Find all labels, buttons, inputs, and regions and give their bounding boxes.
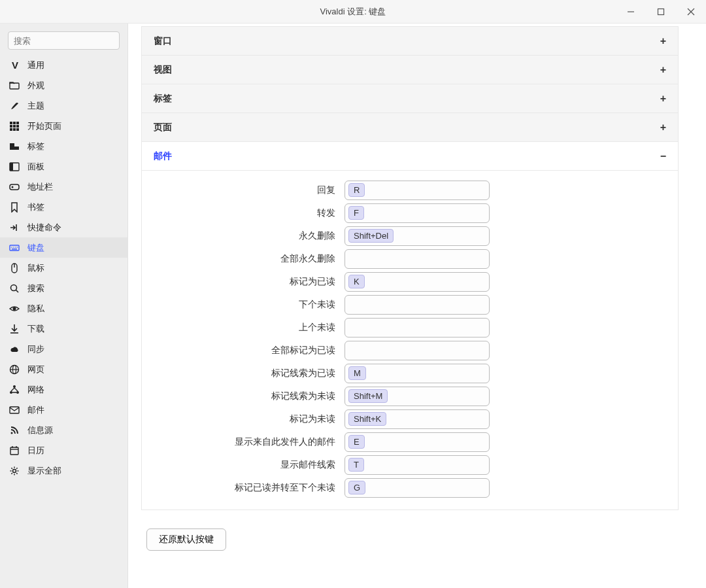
sidebar-item-5[interactable]: 面板	[0, 156, 127, 177]
svg-rect-6	[13, 122, 16, 124]
svg-rect-17	[10, 163, 13, 171]
svg-point-28	[11, 285, 17, 290]
sidebar-item-label: 搜索	[27, 283, 44, 294]
shortcut-row: 全部标记为已读	[142, 339, 678, 362]
sidebar-item-11[interactable]: 搜索	[0, 278, 127, 298]
shortcut-input[interactable]: E	[345, 432, 490, 452]
shortcut-input[interactable]: K	[345, 272, 490, 292]
shortcut-row: 显示邮件线索T	[142, 453, 678, 476]
sidebar-item-16[interactable]: 网络	[0, 379, 127, 400]
section-label: 页面	[154, 122, 172, 133]
svg-point-24	[17, 247, 18, 248]
shortcut-label: 全部标记为已读	[142, 345, 345, 356]
section-label: 标签	[154, 93, 172, 105]
shortcut-input[interactable]	[345, 249, 490, 269]
sidebar-item-13[interactable]: 下载	[0, 319, 127, 339]
main-content[interactable]: 窗口+视图+标签+页面+邮件−回复R转发F永久删除Shift+Del全部永久删除…	[128, 24, 706, 588]
shortcut-row: 回复R	[142, 179, 678, 201]
section-header-3[interactable]: 页面+	[142, 113, 678, 142]
sidebar-item-9[interactable]: 键盘	[0, 237, 127, 258]
section-header-2[interactable]: 标签+	[142, 84, 678, 113]
sidebar-item-7[interactable]: 书签	[0, 197, 127, 217]
sidebar-item-label: 鼠标	[27, 262, 44, 274]
sidebar-item-0[interactable]: V通用	[0, 55, 127, 75]
svg-point-19	[12, 186, 14, 188]
shortcut-row: 标记为未读Shift+K	[142, 407, 678, 430]
sidebar-item-label: 键盘	[27, 242, 44, 254]
sidebar-item-10[interactable]: 鼠标	[0, 258, 127, 278]
sidebar-item-3[interactable]: 开始页面	[0, 116, 127, 136]
key-chip: Shift+M	[348, 389, 388, 403]
grid-icon	[9, 121, 21, 131]
shortcut-input[interactable]: Shift+Del	[345, 226, 490, 246]
sidebar-item-label: 同步	[27, 343, 44, 355]
sidebar-item-6[interactable]: 地址栏	[0, 177, 127, 197]
sidebar-item-4[interactable]: 标签	[0, 136, 127, 156]
section-header-1[interactable]: 视图+	[142, 56, 678, 84]
svg-point-22	[13, 247, 14, 248]
shortcut-row: 标记已读并转至下个未读G	[142, 476, 678, 499]
sidebar-item-1[interactable]: 外观	[0, 75, 127, 95]
shortcut-input[interactable]: G	[345, 478, 490, 498]
shortcut-input[interactable]	[345, 318, 490, 337]
key-chip: M	[348, 366, 366, 380]
shortcut-row: 显示来自此发件人的邮件E	[142, 430, 678, 453]
key-chip: F	[348, 206, 364, 220]
key-chip: E	[348, 435, 365, 449]
globe-icon	[9, 364, 21, 375]
close-button[interactable]	[676, 0, 706, 23]
shortcut-input[interactable]	[345, 295, 490, 315]
shortcut-label: 标记已读并转至下个未读	[142, 482, 345, 494]
svg-rect-20	[10, 245, 19, 251]
sidebar-item-14[interactable]: 同步	[0, 339, 127, 359]
section-header-0[interactable]: 窗口+	[142, 27, 678, 56]
sidebar-item-8[interactable]: 快捷命令	[0, 217, 127, 237]
collapse-icon: −	[660, 150, 666, 162]
mouse-icon	[9, 263, 21, 273]
section-header-4[interactable]: 邮件−	[142, 142, 678, 171]
svg-rect-1	[658, 9, 664, 14]
section-label: 窗口	[154, 35, 172, 47]
shortcut-input[interactable]: R	[345, 181, 490, 200]
svg-rect-14	[10, 147, 19, 150]
download-icon	[9, 324, 21, 334]
svg-rect-7	[16, 122, 19, 124]
sidebar-item-label: 显示全部	[27, 465, 61, 477]
sidebar-item-label: 隐私	[27, 303, 44, 315]
shortcut-input[interactable]: T	[345, 455, 490, 475]
sidebar-item-15[interactable]: 网页	[0, 359, 127, 379]
sidebar-item-12[interactable]: 隐私	[0, 298, 127, 319]
minimize-button[interactable]	[616, 0, 646, 23]
sidebar-item-18[interactable]: 信息源	[0, 420, 127, 440]
svg-rect-15	[10, 143, 14, 147]
maximize-button[interactable]	[646, 0, 676, 23]
gear-icon	[9, 466, 21, 476]
sidebar-item-label: 邮件	[27, 404, 44, 416]
svg-rect-13	[16, 128, 19, 131]
reset-defaults-button[interactable]: 还原默认按键	[146, 528, 226, 551]
sidebar-item-label: 快捷命令	[27, 222, 61, 233]
shortcut-label: 下个未读	[142, 299, 345, 311]
cloud-icon	[9, 344, 21, 355]
shortcut-input[interactable]: Shift+M	[345, 387, 490, 406]
key-chip: Shift+Del	[348, 229, 394, 243]
shortcut-input[interactable]	[345, 341, 490, 360]
svg-rect-5	[10, 122, 12, 124]
sidebar-item-2[interactable]: 主题	[0, 95, 127, 116]
sidebar-item-20[interactable]: 显示全部	[0, 460, 127, 481]
shortcut-input[interactable]: M	[345, 364, 490, 383]
sidebar-item-19[interactable]: 日历	[0, 440, 127, 460]
svg-point-39	[11, 432, 13, 434]
folder-icon	[9, 80, 21, 91]
svg-point-44	[13, 469, 16, 472]
quick-icon	[9, 222, 21, 233]
svg-rect-11	[10, 128, 12, 131]
search-input[interactable]	[8, 31, 120, 50]
sidebar-item-17[interactable]: 邮件	[0, 400, 127, 420]
shortcut-input[interactable]: F	[345, 203, 490, 223]
section-body: 回复R转发F永久删除Shift+Del全部永久删除标记为已读K下个未读上个未读全…	[142, 171, 678, 510]
shortcut-input[interactable]: Shift+K	[345, 409, 490, 429]
address-icon	[9, 182, 21, 192]
shortcut-row: 标记线索为未读Shift+M	[142, 385, 678, 407]
shortcut-label: 全部永久删除	[142, 253, 345, 265]
